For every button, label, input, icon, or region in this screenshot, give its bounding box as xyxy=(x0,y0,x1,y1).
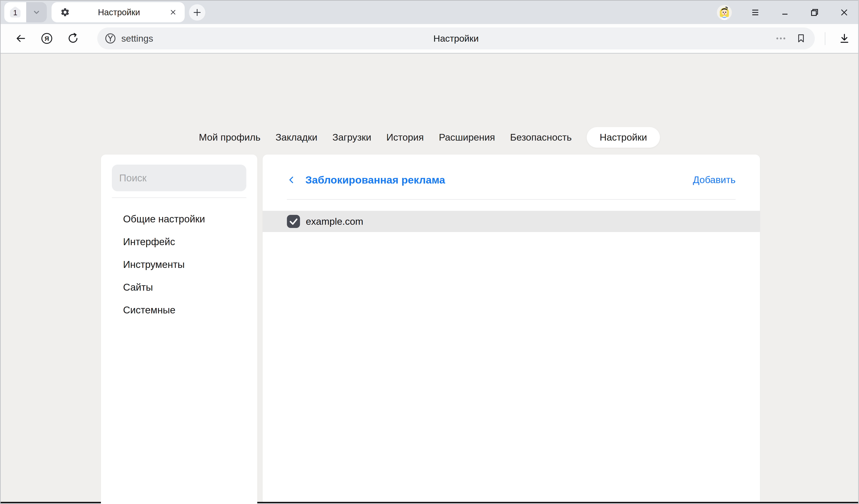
downloads-button[interactable] xyxy=(838,24,851,53)
tab-close-button[interactable] xyxy=(168,7,178,17)
settings-sidebar: Общие настройки Интерфейс Инструменты Са… xyxy=(101,155,257,504)
search-input[interactable] xyxy=(112,165,246,191)
row-checkbox[interactable] xyxy=(287,215,300,228)
restore-icon xyxy=(809,7,820,18)
sidebar-divider xyxy=(112,198,246,198)
back-icon xyxy=(15,33,26,44)
tab-group-badge-icon: 1 xyxy=(9,6,21,18)
menu-icon xyxy=(750,7,760,18)
back-chevron-icon xyxy=(287,175,296,185)
tab-title: Настройки xyxy=(70,7,168,17)
svg-text:Я: Я xyxy=(45,35,49,42)
blocked-site-row[interactable]: example.com xyxy=(262,211,760,232)
sidebar-item-sites[interactable]: Сайты xyxy=(101,276,257,299)
panel-header: Заблокированная реклама Добавить xyxy=(287,168,736,192)
tab-history[interactable]: История xyxy=(386,132,424,143)
url-text[interactable]: settings xyxy=(121,33,153,44)
browser-tab-settings[interactable]: Настройки xyxy=(51,2,185,22)
new-tab-button[interactable] xyxy=(189,4,205,20)
sidebar-item-system[interactable]: Системные xyxy=(101,299,257,321)
check-icon xyxy=(287,215,300,228)
download-icon xyxy=(839,33,850,44)
tab-group-control[interactable]: 1 xyxy=(4,2,47,22)
panel-title: Заблокированная реклама xyxy=(305,174,445,186)
tab-settings[interactable]: Настройки xyxy=(587,127,660,148)
bookmark-icon[interactable] xyxy=(796,33,806,44)
reload-button[interactable] xyxy=(67,33,79,44)
more-dots-icon[interactable] xyxy=(775,32,787,44)
sidebar-item-tools[interactable]: Инструменты xyxy=(101,253,257,276)
tab-group-expand-button[interactable] xyxy=(26,2,47,22)
gear-icon xyxy=(60,7,70,17)
header-divider xyxy=(287,199,736,200)
blocked-ads-panel: Заблокированная реклама Добавить example… xyxy=(262,155,760,502)
tab-bookmarks[interactable]: Закладки xyxy=(275,132,317,143)
tab-extensions[interactable]: Расширения xyxy=(439,132,495,143)
address-bar[interactable]: settings Настройки xyxy=(97,28,815,49)
address-bar-actions xyxy=(775,32,806,44)
sidebar-item-interface[interactable]: Интерфейс xyxy=(101,230,257,253)
nav-buttons: Я xyxy=(15,24,79,53)
tab-downloads[interactable]: Загрузки xyxy=(332,132,371,143)
blocked-site-domain: example.com xyxy=(306,216,363,227)
sidebar-nav: Общие настройки Интерфейс Инструменты Са… xyxy=(101,208,257,321)
add-button[interactable]: Добавить xyxy=(693,174,736,185)
plus-icon xyxy=(192,8,202,17)
menu-button[interactable] xyxy=(749,6,762,19)
avatar[interactable] xyxy=(717,5,732,20)
reload-icon xyxy=(67,33,79,44)
chevron-down-icon xyxy=(32,7,42,17)
window-border-right xyxy=(858,0,859,503)
yandex-home-button[interactable]: Я xyxy=(41,32,53,45)
minimize-icon xyxy=(780,7,790,18)
yandex-logo-icon: Я xyxy=(41,32,53,45)
window-close-button[interactable] xyxy=(838,6,850,19)
window-close-icon xyxy=(839,7,849,18)
search-engine-icon xyxy=(105,33,116,44)
tab-security[interactable]: Безопасность xyxy=(510,132,572,143)
close-icon xyxy=(169,9,177,16)
titlebar-controls xyxy=(717,1,850,24)
tab-my-profile[interactable]: Мой профиль xyxy=(199,132,260,143)
settings-top-nav: Мой профиль Закладки Загрузки История Ра… xyxy=(1,124,858,150)
restore-button[interactable] xyxy=(808,6,821,19)
sidebar-item-general[interactable]: Общие настройки xyxy=(101,208,257,230)
panel-back-button[interactable] xyxy=(287,174,299,186)
toolbar: Я settings Настройки xyxy=(1,24,858,53)
toolbar-divider xyxy=(825,32,825,45)
address-page-title: Настройки xyxy=(433,33,479,44)
tab-group-current[interactable]: 1 xyxy=(4,2,26,22)
back-button[interactable] xyxy=(15,33,26,44)
titlebar: 1 Настройки xyxy=(1,1,858,24)
tab-group-count: 1 xyxy=(9,6,21,18)
settings-page: Мой профиль Закладки Загрузки История Ра… xyxy=(1,54,858,502)
minimize-button[interactable] xyxy=(779,6,791,19)
